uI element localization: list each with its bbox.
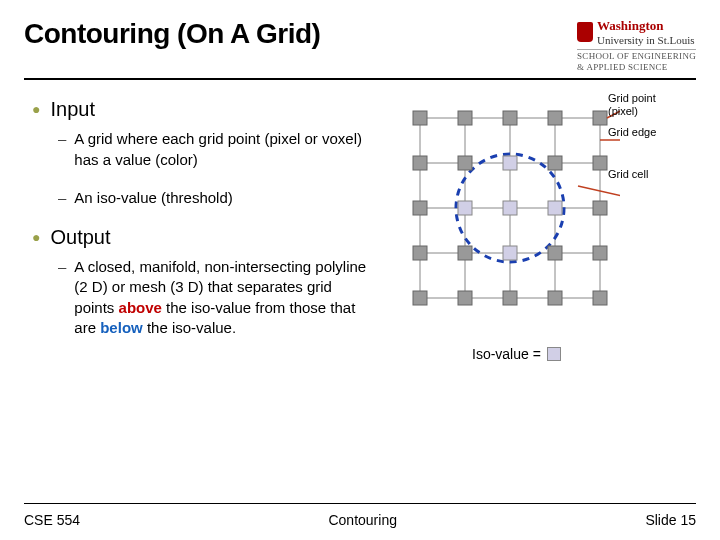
svg-rect-33	[503, 291, 517, 305]
svg-rect-31	[413, 291, 427, 305]
content-text: ● Input – A grid where each grid point (…	[32, 98, 372, 348]
svg-rect-20	[593, 156, 607, 170]
svg-rect-18	[503, 156, 517, 170]
footer-center: Contouring	[328, 512, 397, 528]
svg-rect-12	[458, 111, 472, 125]
slide-footer: CSE 554 Contouring Slide 15	[24, 512, 696, 528]
svg-rect-13	[503, 111, 517, 125]
bullet-icon: ●	[32, 226, 40, 248]
svg-rect-29	[548, 246, 562, 260]
page-title: Contouring (On A Grid)	[24, 18, 320, 50]
section-label: Output	[50, 226, 110, 249]
svg-rect-16	[413, 156, 427, 170]
svg-rect-23	[503, 201, 517, 215]
label-grid-edge: Grid edge	[608, 126, 688, 139]
iso-swatch-icon	[547, 347, 561, 361]
svg-rect-30	[593, 246, 607, 260]
svg-rect-22	[458, 201, 472, 215]
dash-icon: –	[58, 257, 66, 338]
svg-rect-17	[458, 156, 472, 170]
label-grid-cell: Grid cell	[608, 168, 688, 181]
list-item: An iso-value (threshold)	[74, 188, 232, 208]
list-item: A grid where each grid point (pixel or v…	[74, 129, 372, 170]
list-item: A closed, manifold, non-intersecting pol…	[74, 257, 372, 338]
iso-value-legend: Iso-value =	[472, 346, 561, 362]
svg-rect-32	[458, 291, 472, 305]
svg-rect-28	[503, 246, 517, 260]
bullet-icon: ●	[32, 98, 40, 120]
footer-left: CSE 554	[24, 512, 80, 528]
svg-rect-15	[593, 111, 607, 125]
svg-rect-21	[413, 201, 427, 215]
svg-rect-35	[593, 291, 607, 305]
svg-rect-19	[548, 156, 562, 170]
footer-right: Slide 15	[645, 512, 696, 528]
label-grid-point: Grid point (pixel)	[608, 92, 688, 117]
svg-rect-25	[593, 201, 607, 215]
svg-rect-24	[548, 201, 562, 215]
institution-logo: WashingtonUniversity in St.Louis SCHOOL …	[577, 18, 696, 72]
dash-icon: –	[58, 129, 66, 170]
dash-icon: –	[58, 188, 66, 208]
svg-rect-14	[548, 111, 562, 125]
svg-rect-26	[413, 246, 427, 260]
diagram-labels: Grid point (pixel) Grid edge Grid cell	[608, 92, 688, 189]
svg-rect-34	[548, 291, 562, 305]
section-label: Input	[50, 98, 94, 121]
svg-rect-27	[458, 246, 472, 260]
shield-icon	[577, 22, 593, 42]
svg-rect-11	[413, 111, 427, 125]
footer-divider	[24, 503, 696, 504]
